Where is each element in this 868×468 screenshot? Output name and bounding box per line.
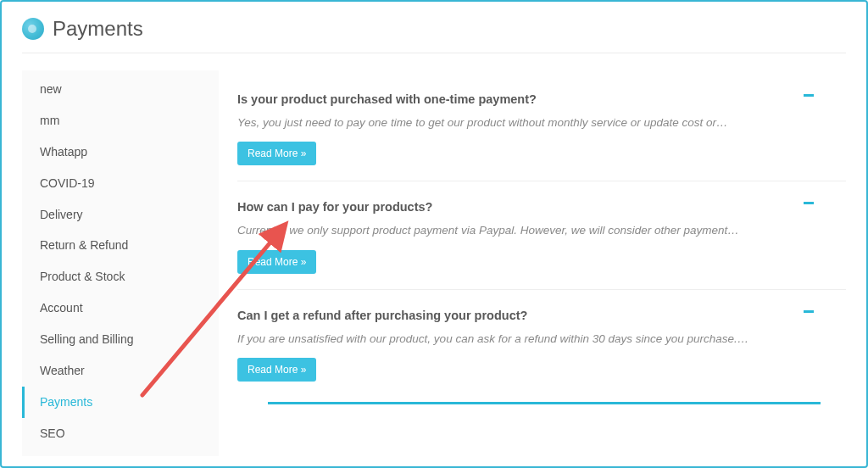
sidebar-item-payments[interactable]: Payments [22, 387, 219, 418]
sidebar-item-seo[interactable]: SEO [22, 418, 219, 449]
faq-item: Can I get a refund after purchasing your… [237, 309, 846, 397]
faq-item: How can I pay for your products? Current… [237, 200, 846, 289]
faq-answer-preview: Yes, you just need to pay one time to ge… [237, 114, 846, 131]
sidebar-item-return-refund[interactable]: Return & Refund [22, 230, 219, 261]
sidebar-item-product-stock[interactable]: Product & Stock [22, 261, 219, 292]
category-sidebar: new mm Whatapp COVID-19 Delivery Return … [22, 70, 219, 456]
faq-answer-preview: If you are unsatisfied with our product,… [237, 331, 846, 348]
faq-answer-preview: Currently, we only support product payme… [237, 222, 846, 239]
faq-question[interactable]: How can I pay for your products? [237, 200, 846, 214]
app-frame: Payments new mm Whatapp COVID-19 Deliver… [0, 0, 868, 468]
collapse-minus-icon[interactable] [804, 202, 814, 204]
read-more-button[interactable]: Read More » [237, 250, 316, 274]
faq-question[interactable]: Is your product purchased with one-time … [237, 92, 846, 106]
sidebar-item-weather[interactable]: Weather [22, 355, 219, 387]
page-header: Payments [22, 17, 846, 53]
faq-item: Is your product purchased with one-time … [237, 92, 846, 181]
sidebar-item-whatapp[interactable]: Whatapp [22, 136, 219, 168]
bottom-accent-bar [268, 402, 821, 404]
collapse-minus-icon[interactable] [804, 310, 814, 313]
sidebar-item-selling-billing[interactable]: Selling and Billing [22, 324, 219, 355]
sidebar-item-mm[interactable]: mm [22, 105, 219, 136]
page-title: Payments [53, 17, 143, 41]
sidebar-item-covid-19[interactable]: COVID-19 [22, 168, 219, 199]
payments-category-icon [22, 18, 44, 40]
sidebar-item-delivery[interactable]: Delivery [22, 199, 219, 231]
collapse-minus-icon[interactable] [804, 94, 814, 97]
content-layout: new mm Whatapp COVID-19 Delivery Return … [22, 70, 846, 456]
sidebar-item-new[interactable]: new [22, 74, 219, 105]
read-more-button[interactable]: Read More » [237, 358, 316, 382]
read-more-button[interactable]: Read More » [237, 142, 316, 165]
faq-question[interactable]: Can I get a refund after purchasing your… [237, 309, 846, 322]
sidebar-item-account[interactable]: Account [22, 292, 219, 324]
faq-main-panel: Is your product purchased with one-time … [237, 70, 846, 456]
